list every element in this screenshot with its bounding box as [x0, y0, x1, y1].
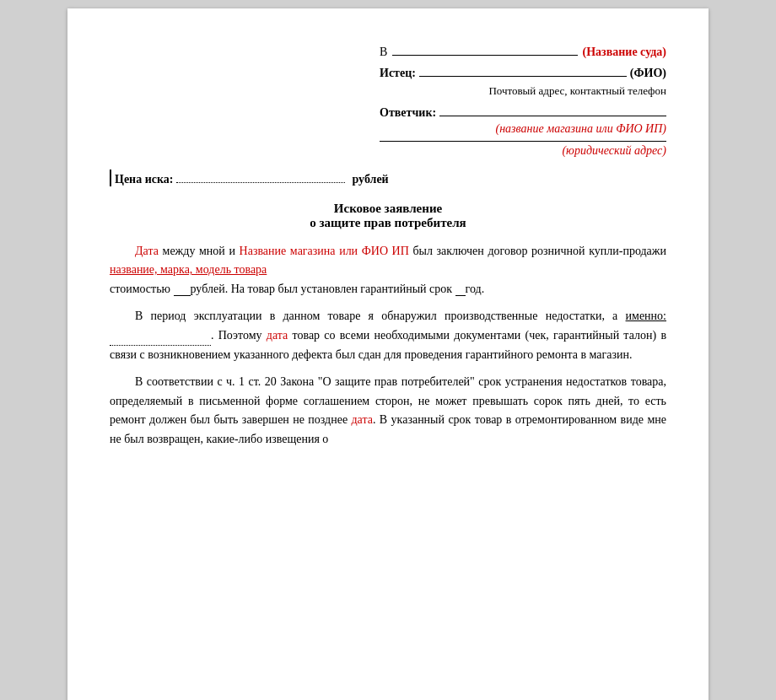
- document-title: Исковое заявление о защите прав потребит…: [110, 202, 666, 230]
- p1-date: Дата: [135, 245, 159, 257]
- paragraph-2: В период эксплуатации в данном товаре я …: [110, 307, 666, 364]
- document-page: В (Название суда) Истец: (ФИО) Почтовый …: [67, 8, 709, 700]
- defendant-label: Ответчик:: [380, 106, 436, 120]
- p1-shop: Название магазина или ФИО ИП: [240, 245, 409, 257]
- p1-between: между мной и: [163, 245, 240, 257]
- court-name: (Название суда): [583, 46, 666, 59]
- plaintiff-label: Истец:: [380, 67, 416, 80]
- price-label: Цена иска:: [115, 173, 173, 186]
- plaintiff-name: (ФИО): [630, 67, 666, 80]
- p1-goods: название, марка, модель товара: [110, 263, 267, 276]
- p3-date: дата: [352, 413, 373, 426]
- legal-address: (юридический адрес): [562, 144, 666, 157]
- court-label: В: [380, 46, 387, 59]
- defendant-name: (название магазина или ФИО ИП): [496, 122, 666, 135]
- price-suffix: рублей: [352, 173, 388, 186]
- paragraph-1: Дата между мной и Название магазина или …: [110, 242, 666, 299]
- address-line: Почтовый адрес, контактный телефон: [488, 84, 666, 97]
- paragraph-3: В соответствии с ч. 1 ст. 20 Закона "О з…: [110, 373, 666, 449]
- p1-mid: был заключен договор розничной купли-про…: [412, 245, 666, 257]
- p1-cost: стоимостью рублей. На товар был установл…: [110, 283, 484, 296]
- p2-date: дата: [267, 329, 288, 342]
